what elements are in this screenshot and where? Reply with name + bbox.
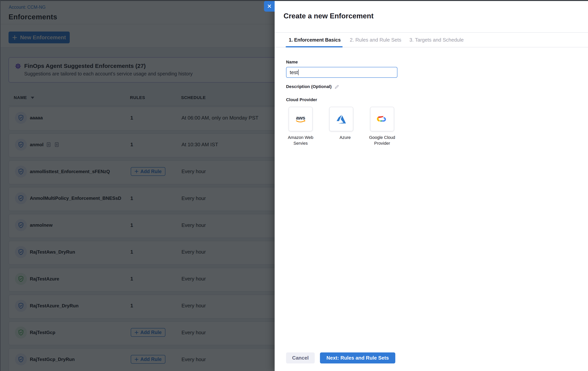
svg-text:aws: aws (296, 115, 305, 120)
